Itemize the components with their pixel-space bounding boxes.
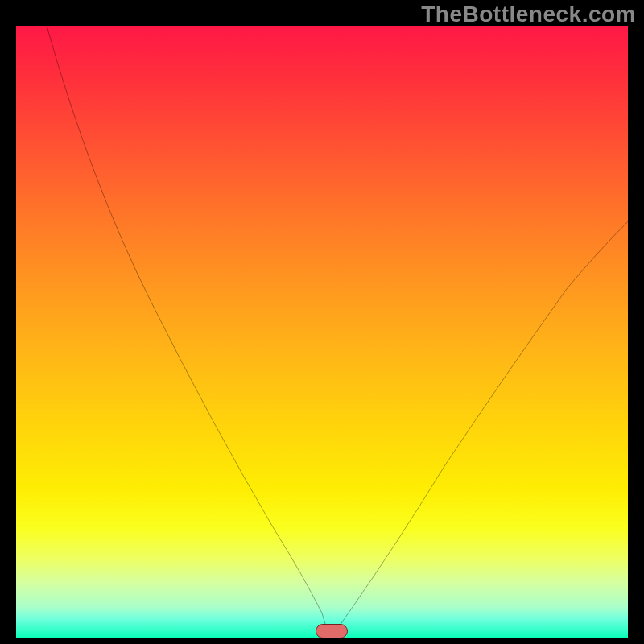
watermark-text: TheBottleneck.com	[421, 2, 636, 27]
curve-left-branch	[47, 26, 328, 634]
bottleneck-curve	[16, 26, 628, 638]
plot-area	[16, 26, 628, 638]
chart-frame: TheBottleneck.com	[0, 0, 644, 644]
curve-right-branch	[334, 221, 628, 633]
optimal-point-marker	[316, 624, 348, 638]
